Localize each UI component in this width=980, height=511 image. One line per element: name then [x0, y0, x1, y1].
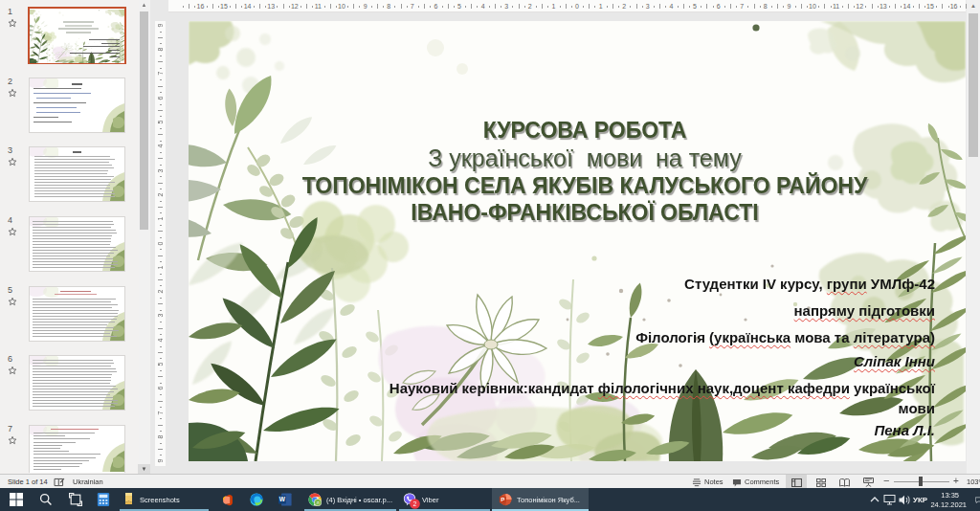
svg-text:л: л	[317, 500, 320, 505]
svg-text:P: P	[501, 496, 504, 502]
svg-text:W: W	[279, 496, 286, 502]
svg-text:2: 2	[413, 500, 417, 507]
